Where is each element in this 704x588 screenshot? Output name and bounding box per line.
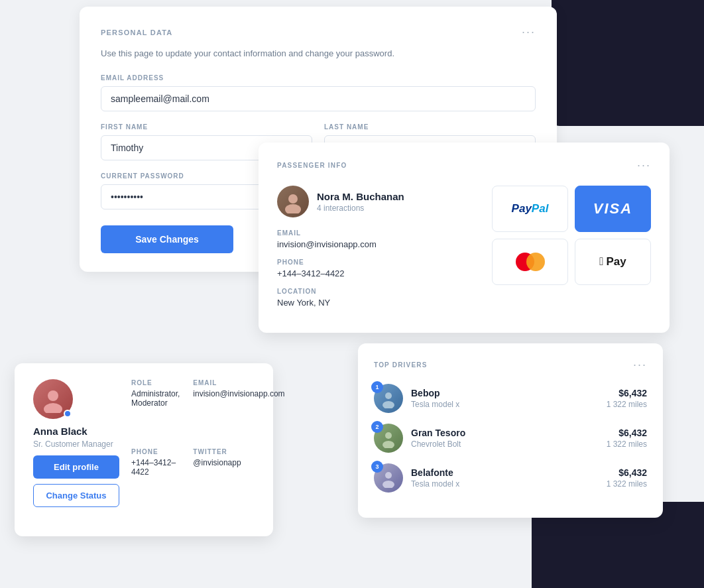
profile-twitter-label: TWITTER [193, 448, 284, 455]
edit-profile-button[interactable]: Edit profile [33, 455, 119, 479]
profile-phone-label: PHONE [131, 448, 180, 455]
driver-info-2: Gran Tesoro Chevrolet Bolt [411, 428, 599, 449]
driver-row: 1 Bebop Tesla model x $6,432 1 322 miles [374, 384, 647, 413]
change-status-button[interactable]: Change Status [33, 484, 119, 507]
driver-rank-avatar-2: 2 [374, 424, 403, 453]
email-input[interactable] [101, 86, 536, 111]
driver-rank-avatar-3: 3 [374, 463, 403, 493]
profile-role-value: Administrator, Moderator [131, 389, 180, 408]
applepay-text: Pay [606, 255, 626, 268]
passenger-info-card: PASSENGER INFO ··· Nora M. Buchanan 4 in… [259, 143, 670, 333]
profile-twitter-field: TWITTER @invisionapp [193, 448, 284, 508]
mastercard-icon [516, 253, 545, 271]
top-drivers-title: TOP DRIVERS [374, 361, 428, 369]
top-drivers-card: TOP DRIVERS ··· 1 Bebop Tesla model x $6… [358, 343, 663, 518]
svg-point-8 [48, 390, 58, 401]
svg-point-4 [385, 432, 392, 439]
passenger-left: Nora M. Buchanan 4 interactions EMAIL in… [277, 186, 481, 317]
driver-name-1: Bebop [411, 388, 599, 398]
driver-name-2: Gran Tesoro [411, 428, 599, 438]
passenger-email-field: EMAIL invision@invisionapp.com [277, 229, 481, 249]
profile-email-field: EMAIL invision@invisionapp.com [193, 379, 284, 439]
svg-point-7 [382, 481, 394, 488]
profile-buttons: Edit profile Change Status [33, 455, 119, 507]
last-name-label: LAST NAME [324, 123, 536, 131]
svg-point-1 [285, 204, 301, 213]
svg-point-2 [385, 392, 392, 399]
profile-twitter-value: @invisionapp [193, 458, 284, 467]
personal-data-title: PERSONAL DATA [101, 29, 173, 36]
profile-top: Anna Black Sr. Customer Manager Edit pro… [33, 379, 255, 507]
driver-info-3: Belafonte Tesla model x [411, 467, 599, 489]
profile-role-field: ROLE Administrator, Moderator [131, 379, 180, 439]
driver-row: 3 Belafonte Tesla model x $6,432 1 322 m… [374, 463, 647, 493]
visa-payment-btn[interactable]: VISA [575, 186, 651, 232]
passenger-avatar-row: Nora M. Buchanan 4 interactions [277, 186, 481, 217]
first-name-label: FIRST NAME [101, 123, 312, 131]
driver-miles-3: 1 322 miles [607, 479, 647, 489]
driver-name-3: Belafonte [411, 467, 599, 478]
applepay-payment-btn[interactable]:  Pay [575, 239, 651, 285]
passenger-location-value: New York, NY [277, 298, 481, 308]
passenger-header: PASSENGER INFO ··· [277, 158, 651, 172]
drivers-header: TOP DRIVERS ··· [374, 358, 647, 372]
profile-role: Sr. Customer Manager [33, 440, 113, 449]
mastercard-payment-btn[interactable] [492, 239, 568, 285]
profile-email-label: EMAIL [193, 379, 284, 386]
passenger-name: Nora M. Buchanan [317, 191, 404, 202]
driver-rank-badge-3: 3 [371, 461, 383, 473]
profile-avatar-wrap [33, 379, 73, 419]
driver-miles-2: 1 322 miles [607, 440, 647, 449]
paypal-payment-btn[interactable]: PayPal [492, 186, 568, 232]
driver-car-3: Tesla model x [411, 479, 599, 489]
svg-point-3 [382, 401, 394, 408]
profile-details: ROLE Administrator, Moderator EMAIL invi… [131, 379, 285, 507]
save-changes-button[interactable]: Save Changes [101, 225, 233, 253]
passenger-email-label: EMAIL [277, 229, 481, 237]
passenger-phone-value: +144–3412–4422 [277, 268, 481, 278]
profile-name: Anna Black [33, 426, 113, 437]
driver-car-2: Chevrolet Bolt [411, 440, 599, 449]
svg-point-5 [382, 441, 394, 448]
visa-label: VISA [593, 200, 632, 217]
svg-point-9 [44, 403, 62, 413]
svg-point-6 [385, 472, 392, 479]
profile-role-label: ROLE [131, 379, 180, 386]
driver-miles-1: 1 322 miles [607, 400, 647, 409]
passenger-location-field: LOCATION New York, NY [277, 288, 481, 308]
driver-amount-1: $6,432 [607, 388, 647, 398]
profile-phone-value: +144–3412–4422 [131, 458, 180, 477]
drivers-menu[interactable]: ··· [633, 358, 647, 372]
profile-name-block: Anna Black Sr. Customer Manager [33, 426, 113, 449]
passenger-phone-field: PHONE +144–3412–4422 [277, 259, 481, 278]
profile-email-value: invision@invisionapp.com [193, 389, 284, 398]
applepay-label:  Pay [599, 255, 626, 268]
personal-data-menu[interactable]: ··· [522, 25, 536, 39]
dark-corner-top-right [552, 0, 704, 126]
passenger-name-block: Nora M. Buchanan 4 interactions [317, 191, 404, 213]
driver-amount-2: $6,432 [607, 428, 647, 438]
passenger-avatar [277, 186, 309, 217]
online-status-dot [64, 410, 72, 418]
profile-left: Anna Black Sr. Customer Manager Edit pro… [33, 379, 119, 507]
driver-stats-1: $6,432 1 322 miles [607, 388, 647, 409]
passenger-phone-label: PHONE [277, 259, 481, 266]
driver-rank-badge-2: 2 [371, 421, 383, 433]
payment-methods: PayPal VISA  Pay [492, 186, 651, 285]
driver-row: 2 Gran Tesoro Chevrolet Bolt $6,432 1 32… [374, 424, 647, 453]
email-group: EMAIL ADDRESS [101, 74, 536, 111]
profile-card: Anna Black Sr. Customer Manager Edit pro… [15, 363, 273, 536]
passenger-interactions: 4 interactions [317, 204, 404, 213]
apple-icon:  [599, 255, 603, 268]
driver-amount-3: $6,432 [607, 467, 647, 478]
driver-info-1: Bebop Tesla model x [411, 388, 599, 409]
driver-rank-avatar-1: 1 [374, 384, 403, 413]
driver-stats-3: $6,432 1 322 miles [607, 467, 647, 489]
personal-data-desc: Use this page to update your contact inf… [101, 48, 536, 58]
passenger-info-title: PASSENGER INFO [277, 162, 347, 169]
passenger-location-label: LOCATION [277, 288, 481, 295]
svg-point-0 [288, 194, 298, 204]
passenger-menu[interactable]: ··· [637, 158, 651, 172]
email-label: EMAIL ADDRESS [101, 74, 536, 82]
card-header: PERSONAL DATA ··· [101, 25, 536, 39]
